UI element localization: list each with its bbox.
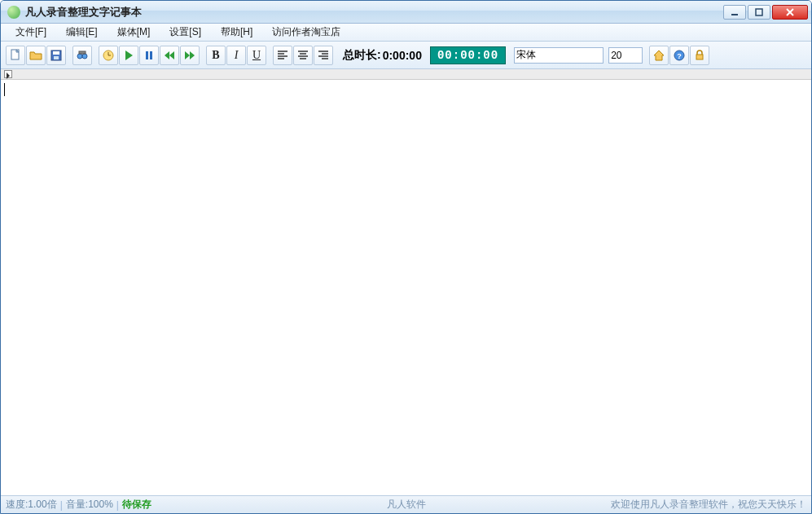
rewind-button[interactable] (160, 46, 179, 65)
total-length-label: 总时长: (343, 48, 381, 63)
new-file-icon (9, 49, 22, 62)
file-group (6, 46, 66, 65)
pause-button[interactable] (139, 46, 159, 65)
find-button[interactable] (72, 46, 92, 65)
play-icon (122, 49, 135, 62)
bold-button[interactable]: B (206, 46, 226, 65)
svg-rect-16 (146, 51, 148, 59)
italic-button[interactable]: I (226, 46, 246, 65)
minimize-icon (730, 7, 740, 17)
timestamp-button[interactable] (99, 46, 118, 65)
pause-icon (143, 49, 156, 62)
align-group (273, 46, 333, 65)
binoculars-icon (76, 49, 89, 62)
svg-marker-15 (125, 51, 133, 60)
menu-file[interactable]: 文件[F] (6, 24, 56, 41)
timestamp-icon (102, 49, 115, 62)
rewind-icon (163, 49, 176, 62)
status-volume: 音量:100% (66, 498, 113, 512)
menu-help[interactable]: 帮助[H] (211, 24, 262, 41)
svg-point-9 (77, 54, 82, 59)
svg-rect-7 (53, 51, 59, 55)
media-group (99, 46, 200, 65)
forward-button[interactable] (180, 46, 200, 65)
align-center-button[interactable] (293, 46, 313, 65)
help-icon: ? (673, 49, 686, 62)
menu-edit[interactable]: 编辑[E] (56, 24, 108, 41)
play-button[interactable] (119, 46, 138, 65)
svg-rect-1 (756, 9, 762, 15)
home-button[interactable] (649, 46, 669, 65)
tab-stop-marker[interactable] (4, 70, 12, 78)
align-right-icon (317, 49, 330, 62)
open-folder-icon (29, 49, 42, 62)
title-bar: 凡人录音整理文字记事本 (1, 1, 811, 24)
window-title: 凡人录音整理文字记事本 (25, 5, 142, 20)
svg-marker-21 (190, 51, 195, 59)
text-caret (4, 83, 5, 96)
format-group: B I U (206, 46, 266, 65)
font-family-select[interactable] (514, 47, 604, 64)
maximize-button[interactable] (748, 5, 770, 20)
menu-media[interactable]: 媒体[M] (108, 24, 160, 41)
toolbar: B I U 总时长: 0:00:00 00:00:00 ? (1, 42, 811, 69)
app-icon (7, 6, 20, 19)
timecode-display: 00:00:00 (430, 46, 506, 64)
svg-marker-19 (169, 51, 174, 59)
svg-marker-34 (654, 51, 664, 60)
help-button[interactable]: ? (669, 46, 689, 65)
svg-point-10 (82, 54, 87, 59)
svg-marker-18 (165, 51, 169, 59)
total-length-value: 0:00:00 (383, 49, 422, 62)
lock-button[interactable] (690, 46, 709, 65)
lock-icon (693, 49, 706, 62)
align-left-button[interactable] (273, 46, 292, 65)
svg-rect-17 (150, 51, 152, 59)
align-center-icon (296, 49, 309, 62)
svg-marker-20 (185, 51, 190, 59)
status-pending-save: 待保存 (122, 498, 151, 512)
status-greeting: 欢迎使用凡人录音整理软件，祝您天天快乐！ (611, 498, 806, 512)
ruler (1, 69, 811, 80)
status-speed: 速度:1.00倍 (6, 498, 57, 512)
extras-group: ? (649, 46, 709, 65)
forward-icon (183, 49, 196, 62)
menu-visit-shop[interactable]: 访问作者淘宝店 (262, 24, 350, 41)
save-disk-icon (50, 49, 63, 62)
find-group (72, 46, 92, 65)
menu-settings[interactable]: 设置[S] (160, 24, 211, 41)
underline-button[interactable]: U (247, 46, 266, 65)
new-button[interactable] (6, 46, 25, 65)
maximize-icon (754, 7, 764, 17)
close-button[interactable] (772, 5, 808, 20)
svg-text:?: ? (677, 52, 682, 60)
svg-rect-11 (79, 51, 86, 54)
svg-rect-37 (696, 55, 703, 59)
open-button[interactable] (26, 46, 46, 65)
close-icon (785, 7, 795, 17)
status-bar: 速度:1.00倍 | 音量:100% | 待保存 凡人软件 欢迎使用凡人录音整理… (1, 495, 811, 513)
font-size-select[interactable] (608, 47, 643, 64)
save-button[interactable] (46, 46, 66, 65)
status-brand: 凡人软件 (387, 498, 426, 512)
minimize-button[interactable] (723, 5, 746, 20)
app-window: 凡人录音整理文字记事本 文件[F] 编辑[E] 媒体[M] 设置[S] 帮助[H… (0, 0, 812, 514)
menu-bar: 文件[F] 编辑[E] 媒体[M] 设置[S] 帮助[H] 访问作者淘宝店 (1, 24, 811, 42)
home-icon (652, 49, 665, 62)
svg-rect-8 (54, 56, 59, 59)
text-editor-area[interactable] (1, 80, 811, 495)
align-left-icon (276, 49, 289, 62)
align-right-button[interactable] (314, 46, 333, 65)
